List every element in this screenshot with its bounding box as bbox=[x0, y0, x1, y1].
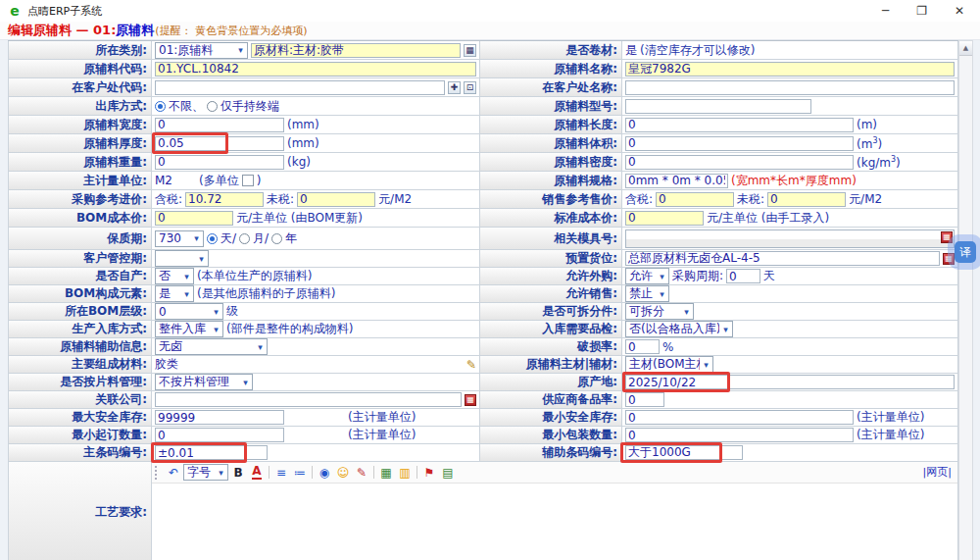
volume-input[interactable] bbox=[625, 136, 854, 151]
mold-number-input[interactable]: ▦ bbox=[625, 229, 955, 248]
splittable-select[interactable]: 可拆分▾ bbox=[625, 303, 694, 320]
model-input[interactable] bbox=[625, 99, 811, 114]
bom-element-select[interactable]: 是▾ bbox=[155, 285, 194, 302]
toolbar-separator bbox=[269, 466, 270, 479]
shelf-life-select[interactable]: 730▾ bbox=[155, 230, 204, 247]
width-input[interactable] bbox=[155, 118, 284, 132]
row-aux-info: 原辅料辅助信息: 无卤▾ bbox=[8, 338, 480, 356]
undo-icon[interactable]: ↶ bbox=[165, 465, 182, 481]
aux-info-label: 原辅料辅助信息: bbox=[8, 338, 152, 355]
edit-icon[interactable]: ✎ bbox=[466, 358, 476, 372]
picker-red-icon[interactable]: ▦ bbox=[941, 231, 953, 243]
maximize-button[interactable]: ❐ bbox=[916, 4, 927, 18]
category-select[interactable]: 01:原辅料▾ bbox=[155, 42, 248, 59]
min-stock-input[interactable] bbox=[625, 410, 854, 425]
sell-price-untaxed-input[interactable] bbox=[767, 192, 846, 207]
edit-note-icon[interactable]: ✎ bbox=[353, 465, 370, 481]
row-bom-cost: BOM成本价: 元/主单位 (由BOM更新) bbox=[8, 209, 480, 228]
row-preset-location: 预置货位: ▦ bbox=[480, 250, 958, 268]
picker-red-icon[interactable]: ▦ bbox=[943, 253, 955, 265]
align-icon[interactable]: ≡ bbox=[272, 465, 290, 481]
minimize-button[interactable]: ─ bbox=[882, 4, 889, 18]
aux-barcode-input[interactable] bbox=[625, 445, 743, 460]
webpage-link[interactable]: |网页| bbox=[923, 465, 955, 480]
customer-name-input[interactable] bbox=[625, 80, 955, 95]
category-path-input[interactable] bbox=[251, 43, 461, 58]
length-input[interactable] bbox=[625, 118, 854, 132]
row-density: 原辅料密度: (kg/m3) bbox=[480, 153, 958, 172]
craft-requirements-editor: ↶ 字号▾ B A ≡ ≔ ◉ ☺ ✎ ▦ ▥ bbox=[152, 462, 958, 560]
close-button[interactable]: ✕ bbox=[955, 4, 964, 18]
purchase-cycle-input[interactable] bbox=[726, 269, 760, 283]
multi-unit-checkbox[interactable] bbox=[242, 175, 254, 186]
weight-input[interactable] bbox=[155, 155, 284, 170]
scroll-up-icon[interactable]: ▲ bbox=[959, 41, 972, 56]
customer-control-select[interactable]: ▾ bbox=[155, 250, 209, 267]
allow-outsource-select[interactable]: 允许▾ bbox=[625, 268, 669, 284]
purchase-price-untaxed-input[interactable] bbox=[297, 192, 375, 207]
lookup-icon[interactable]: ⊡ bbox=[464, 81, 476, 94]
flag-icon[interactable]: ⚑ bbox=[420, 467, 438, 479]
purchase-price-taxed-input[interactable] bbox=[185, 192, 264, 207]
font-color-icon[interactable]: A bbox=[252, 466, 261, 480]
font-size-select[interactable]: 字号▾ bbox=[183, 464, 228, 481]
chevron-down-icon: ▾ bbox=[180, 289, 193, 299]
chevron-down-icon: ▾ bbox=[656, 272, 668, 281]
shelf-month-radio[interactable] bbox=[239, 233, 250, 244]
shelf-day-radio[interactable] bbox=[207, 233, 218, 244]
translate-button[interactable]: 译 bbox=[955, 241, 976, 263]
insert-image-icon[interactable]: ▦ bbox=[377, 465, 395, 481]
bom-level-select[interactable]: 0▾ bbox=[155, 303, 223, 320]
bom-cost-input[interactable] bbox=[155, 211, 233, 226]
row-spec: 原辅料规格: (宽mm*长m*厚度mm) bbox=[480, 172, 958, 190]
vertical-scrollbar[interactable]: ▲ bbox=[958, 40, 973, 560]
outbound-unlimited-radio[interactable] bbox=[155, 101, 166, 112]
density-input[interactable] bbox=[625, 155, 854, 170]
material-code-input[interactable] bbox=[155, 62, 476, 76]
sheet-management-select[interactable]: 不按片料管理▾ bbox=[155, 374, 253, 390]
preset-location-input[interactable] bbox=[625, 251, 940, 266]
damage-rate-input[interactable] bbox=[625, 339, 660, 354]
list-icon[interactable]: ≔ bbox=[291, 465, 309, 481]
standard-cost-input[interactable] bbox=[625, 211, 704, 226]
emoji-icon[interactable]: ☺ bbox=[334, 465, 352, 481]
allow-sale-label: 允许销售: bbox=[480, 285, 622, 302]
customer-code-input[interactable] bbox=[155, 80, 445, 95]
picker-red-icon[interactable]: ▦ bbox=[465, 394, 476, 406]
sell-price-taxed-input[interactable] bbox=[656, 192, 734, 207]
origin-input[interactable] bbox=[625, 375, 955, 389]
inbound-inspection-select[interactable]: 否(以合格品入库)▾ bbox=[625, 321, 733, 337]
material-name-input[interactable] bbox=[625, 62, 955, 76]
main-barcode-input[interactable] bbox=[155, 445, 268, 460]
max-stock-input[interactable] bbox=[155, 410, 284, 425]
upload-image-icon[interactable]: ▥ bbox=[396, 465, 414, 481]
min-pack-input[interactable] bbox=[625, 428, 854, 442]
self-made-select[interactable]: 否▾ bbox=[155, 268, 194, 284]
category-label: 所在类别: bbox=[8, 41, 152, 59]
craft-requirements-textarea[interactable] bbox=[152, 484, 957, 560]
aux-barcode-label: 辅助条码编号: bbox=[480, 444, 622, 461]
allow-sale-select[interactable]: 禁止▾ bbox=[625, 285, 669, 302]
production-inbound-select[interactable]: 整件入库▾ bbox=[155, 321, 223, 337]
row-volume: 原辅料体积: (m3) bbox=[480, 134, 958, 153]
paste-icon[interactable]: ✚ bbox=[448, 81, 461, 94]
purchase-price-unit: 元/M2 bbox=[378, 191, 412, 208]
aux-info-select[interactable]: 无卤▾ bbox=[155, 338, 268, 355]
shelf-year-radio[interactable] bbox=[271, 233, 282, 244]
main-or-aux-select[interactable]: 主材(BOM主材)▾ bbox=[625, 356, 713, 373]
supplier-spare-rate-input[interactable] bbox=[625, 392, 664, 407]
min-pack-note: (主计量单位) bbox=[857, 427, 924, 443]
spec-input[interactable] bbox=[625, 174, 728, 188]
hyperlink-globe-icon[interactable]: ◉ bbox=[316, 465, 333, 481]
related-company-input[interactable] bbox=[155, 392, 462, 407]
save-icon[interactable]: ▤ bbox=[439, 465, 457, 481]
outbound-handheld-radio[interactable] bbox=[207, 101, 218, 112]
row-weight: 原辅料重量: (kg) bbox=[8, 153, 480, 172]
row-max-stock: 最大安全库存: (主计量单位) bbox=[8, 409, 480, 427]
row-customer-name: 在客户处名称: bbox=[480, 78, 958, 97]
picker-icon[interactable]: ▦ bbox=[464, 44, 476, 57]
thickness-input[interactable] bbox=[155, 136, 284, 151]
min-order-input[interactable] bbox=[155, 428, 284, 442]
bold-icon[interactable]: B bbox=[229, 465, 247, 481]
chevron-down-icon: ▾ bbox=[215, 468, 227, 478]
